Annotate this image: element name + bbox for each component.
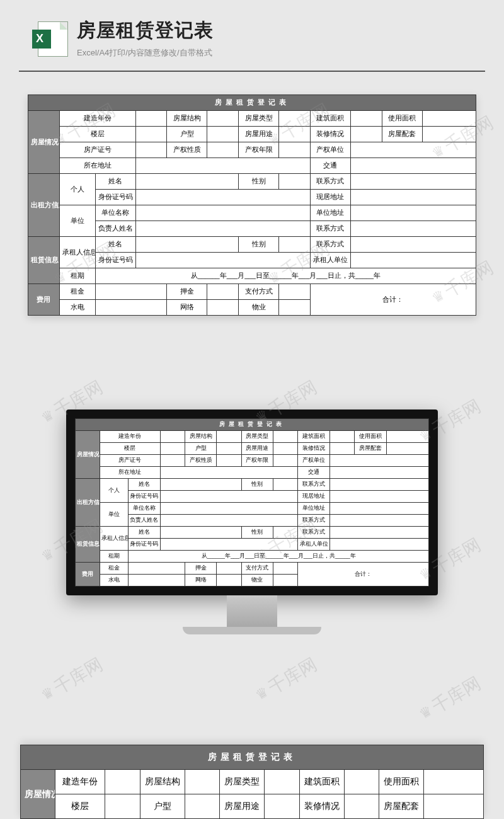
spreadsheet-preview-bottom: 房屋租赁登记表 房屋情况 建造年份 房屋结构 房屋类型 建筑面积 使用面积 楼层… [20,745,484,819]
label: 身份证号码 [95,253,135,268]
label: 物业 [239,300,279,316]
label: 房产证号 [59,142,135,158]
spreadsheet-preview-top: 房屋租赁登记表 房屋情况 建造年份 房屋结构 房屋类型 建筑面积 使用面积 楼层… [28,94,476,316]
label: 现居地址 [310,190,350,205]
section-lessee: 租赁信息 [28,237,60,284]
label: 水电 [59,300,95,316]
label: 房屋配套 [382,127,422,142]
label: 个人 [59,174,95,205]
label: 身份证号码 [95,190,135,205]
label: 单位 [59,205,95,237]
label: 性别 [239,237,279,253]
label: 联系方式 [310,221,350,237]
label: 产权性质 [167,142,207,158]
label: 所在地址 [59,158,135,174]
label: 产权年限 [239,142,279,158]
label: 房屋类型 [239,111,279,127]
label: 租期 [59,268,95,284]
page-header: 房屋租赁登记表 Excel/A4打印/内容随意修改/自带格式 [38,18,485,59]
label: 使用面积 [382,111,422,127]
label: 建造年份 [59,111,135,127]
label: 建筑面积 [310,111,350,127]
form-table-monitor: 房屋租赁登记表 房屋情况 建造年份 房屋结构 房屋类型 建筑面积 使用面积 楼层… [75,418,429,587]
section-fee: 费用 [28,284,60,316]
form-table: 房屋租赁登记表 房屋情况 建造年份 房屋结构 房屋类型 建筑面积 使用面积 楼层… [28,94,476,316]
table-title: 房屋租赁登记表 [28,95,476,111]
form-table-bottom: 房屋租赁登记表 房屋情况 建造年份 房屋结构 房屋类型 建筑面积 使用面积 楼层… [20,745,484,819]
page-subtitle: Excel/A4打印/内容随意修改/自带格式 [77,47,214,59]
label: 姓名 [95,237,135,253]
monitor-mockup: 房屋租赁登记表 房屋情况 建造年份 房屋结构 房屋类型 建筑面积 使用面积 楼层… [66,410,438,634]
label: 单位名称 [95,205,135,221]
label: 交通 [310,158,350,174]
page-title: 房屋租赁登记表 [77,18,214,43]
section-lessor: 出租方信息 [28,174,60,237]
section-house: 房屋情况 [28,111,60,174]
label: 租金 [59,284,95,300]
label: 姓名 [95,174,135,190]
label: 单位地址 [310,205,350,221]
label: 性别 [239,174,279,190]
label: 房屋结构 [167,111,207,127]
label: 联系方式 [310,237,350,253]
label: 承租人单位 [310,253,350,268]
label: 联系方式 [310,174,350,190]
label: 装修情况 [310,127,350,142]
label: 网络 [167,300,207,316]
excel-icon [38,21,68,57]
label: 押金 [167,284,207,300]
label: 楼层 [59,127,135,142]
label: 负责人姓名 [95,221,135,237]
label-total: 合计： [310,284,476,316]
label: 承租人信息 [59,237,95,268]
label: 产权单位 [310,142,350,158]
label: 户型 [167,127,207,142]
term-text: 从______年___月___日至______年___月___日止，共_____… [95,268,476,284]
label: 房屋用途 [239,127,279,142]
header-divider [19,71,485,72]
label: 支付方式 [239,284,279,300]
